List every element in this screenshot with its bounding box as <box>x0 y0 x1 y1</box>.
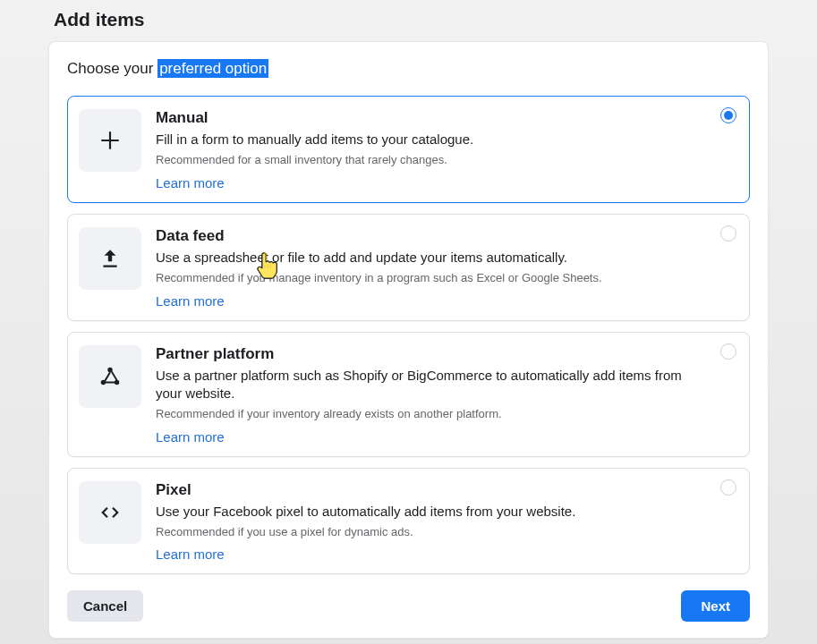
option-title: Data feed <box>156 227 706 245</box>
cancel-button[interactable]: Cancel <box>67 590 143 622</box>
option-desc: Use a partner platform such as Shopify o… <box>156 367 706 403</box>
option-rec: Recommended for a small inventory that r… <box>156 152 706 168</box>
next-button[interactable]: Next <box>681 590 750 622</box>
option-rec: Recommended if your inventory already ex… <box>156 406 706 422</box>
button-row: Cancel Next <box>67 590 750 622</box>
code-icon <box>79 481 141 544</box>
network-icon <box>79 345 141 408</box>
radio-partner[interactable] <box>720 343 736 360</box>
option-manual[interactable]: Manual Fill in a form to manually add it… <box>67 96 750 203</box>
upload-icon <box>79 227 141 290</box>
choose-highlight: preferred option <box>157 59 268 78</box>
learn-more-link[interactable]: Learn more <box>156 547 225 562</box>
option-partner[interactable]: Partner platform Use a partner platform … <box>67 332 750 457</box>
choose-prefix: Choose your <box>67 60 157 77</box>
option-desc: Use a spreadsheet or file to add and upd… <box>156 249 706 267</box>
options-card: Choose your preferred option Manual Fill… <box>48 41 769 639</box>
option-rec: Recommended if you manage inventory in a… <box>156 270 706 286</box>
option-title: Manual <box>156 109 706 127</box>
option-data-feed[interactable]: Data feed Use a spreadsheet or file to a… <box>67 214 750 321</box>
page-title: Add items <box>0 0 817 41</box>
radio-pixel[interactable] <box>720 479 736 496</box>
learn-more-link[interactable]: Learn more <box>156 175 225 191</box>
learn-more-link[interactable]: Learn more <box>156 429 225 445</box>
radio-data-feed[interactable] <box>720 225 736 242</box>
option-pixel[interactable]: Pixel Use your Facebook pixel to automat… <box>67 468 750 575</box>
option-title: Partner platform <box>156 345 706 363</box>
choose-label: Choose your preferred option <box>67 60 750 78</box>
option-desc: Fill in a form to manually add items to … <box>156 131 706 148</box>
option-rec: Recommended if you use a pixel for dynam… <box>156 524 706 540</box>
option-title: Pixel <box>156 481 706 499</box>
radio-manual[interactable] <box>720 107 736 123</box>
option-desc: Use your Facebook pixel to automatically… <box>156 503 706 521</box>
plus-icon <box>79 109 141 172</box>
learn-more-link[interactable]: Learn more <box>156 293 225 309</box>
